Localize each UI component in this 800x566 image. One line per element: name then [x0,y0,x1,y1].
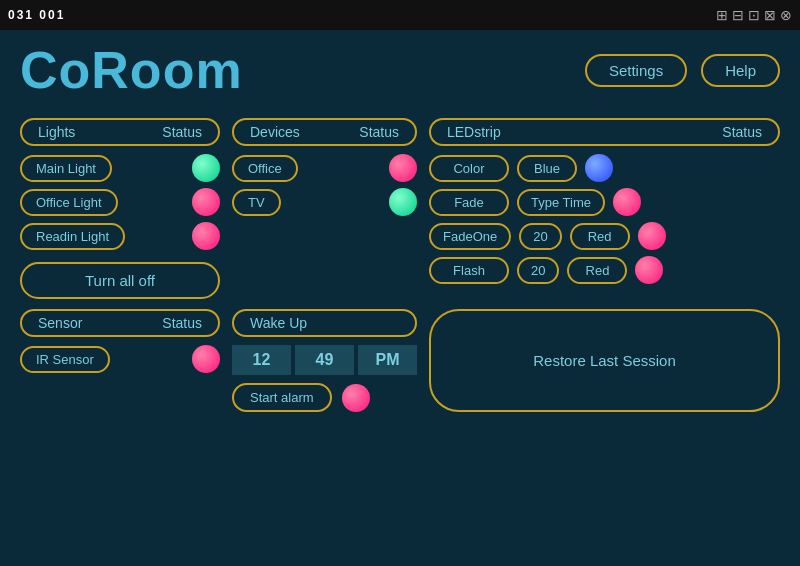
led-flash-num[interactable]: 20 [517,257,559,284]
led-row-color: Color Blue [429,154,780,182]
led-row-fade: Fade Type Time [429,188,780,216]
header: CoRoom Settings Help [20,40,780,100]
time-minute[interactable]: 49 [295,345,354,375]
led-row-flash: Flash 20 Red [429,256,780,284]
main-content: CoRoom Settings Help Lights Status Main … [0,30,800,422]
led-flash-value[interactable]: Red [567,257,627,284]
office-device-status [389,154,417,182]
time-ampm[interactable]: PM [358,345,417,375]
led-panel: LEDstrip Status Color Blue Fade Type Tim… [429,118,780,299]
office-light-button[interactable]: Office Light [20,189,118,216]
wakeup-label: Wake Up [250,315,307,331]
restore-button[interactable]: Restore Last Session [429,309,780,412]
led-color-value[interactable]: Blue [517,155,577,182]
titlebar: 031 001 ⊞ ⊟ ⊡ ⊠ ⊗ [0,0,800,30]
wakeup-panel: Wake Up 12 49 PM Start alarm [232,309,417,412]
tv-device-button[interactable]: TV [232,189,281,216]
led-header: LEDstrip Status [429,118,780,146]
header-buttons: Settings Help [585,54,780,87]
time-hour[interactable]: 12 [232,345,291,375]
led-flash-button[interactable]: Flash [429,257,509,284]
help-button[interactable]: Help [701,54,780,87]
sensor-header: Sensor Status [20,309,220,337]
readin-light-button[interactable]: Readin Light [20,223,125,250]
device-row-1: TV [232,188,417,216]
led-fade-status [613,188,641,216]
start-alarm-row: Start alarm [232,383,417,412]
lights-label: Lights [38,124,75,140]
titlebar-icon-5[interactable]: ⊗ [780,7,792,23]
led-fadeone-num[interactable]: 20 [519,223,561,250]
led-fadeone-button[interactable]: FadeOne [429,223,511,250]
turn-all-off-button[interactable]: Turn all off [20,262,220,299]
titlebar-icons: ⊞ ⊟ ⊡ ⊠ ⊗ [716,7,792,23]
titlebar-icon-2[interactable]: ⊟ [732,7,744,23]
tv-device-status [389,188,417,216]
main-light-button[interactable]: Main Light [20,155,112,182]
led-color-button[interactable]: Color [429,155,509,182]
lights-panel: Lights Status Main Light Office Light Re… [20,118,220,299]
led-status-label: Status [722,124,762,140]
titlebar-icon-4[interactable]: ⊠ [764,7,776,23]
panels-row: Lights Status Main Light Office Light Re… [20,118,780,299]
light-row-2: Readin Light [20,222,220,250]
titlebar-icon-3[interactable]: ⊡ [748,7,760,23]
light-row-0: Main Light [20,154,220,182]
led-fadeone-status [638,222,666,250]
led-fade-button[interactable]: Fade [429,189,509,216]
lights-status-label: Status [162,124,202,140]
lights-header: Lights Status [20,118,220,146]
restore-panel: Restore Last Session [429,309,780,412]
ir-sensor-status [192,345,220,373]
wakeup-header: Wake Up [232,309,417,337]
led-color-status [585,154,613,182]
bottom-row: Sensor Status IR Sensor Wake Up 12 49 PM… [20,309,780,412]
time-display: 12 49 PM [232,345,417,375]
devices-label: Devices [250,124,300,140]
main-light-status [192,154,220,182]
titlebar-icon-1[interactable]: ⊞ [716,7,728,23]
office-light-status [192,188,220,216]
device-row-0: Office [232,154,417,182]
led-row-fadeone: FadeOne 20 Red [429,222,780,250]
office-device-button[interactable]: Office [232,155,298,182]
led-fadeone-value[interactable]: Red [570,223,630,250]
start-alarm-status [342,384,370,412]
led-fade-value[interactable]: Type Time [517,189,605,216]
titlebar-text: 031 001 [8,8,65,22]
led-label: LEDstrip [447,124,501,140]
start-alarm-button[interactable]: Start alarm [232,383,332,412]
sensor-label: Sensor [38,315,82,331]
sensor-row-0: IR Sensor [20,345,220,373]
ir-sensor-button[interactable]: IR Sensor [20,346,110,373]
sensor-status-label: Status [162,315,202,331]
readin-light-status [192,222,220,250]
devices-header: Devices Status [232,118,417,146]
led-flash-status [635,256,663,284]
sensor-panel: Sensor Status IR Sensor [20,309,220,412]
settings-button[interactable]: Settings [585,54,687,87]
light-row-1: Office Light [20,188,220,216]
devices-status-label: Status [359,124,399,140]
devices-panel: Devices Status Office TV [232,118,417,299]
app-title: CoRoom [20,40,243,100]
